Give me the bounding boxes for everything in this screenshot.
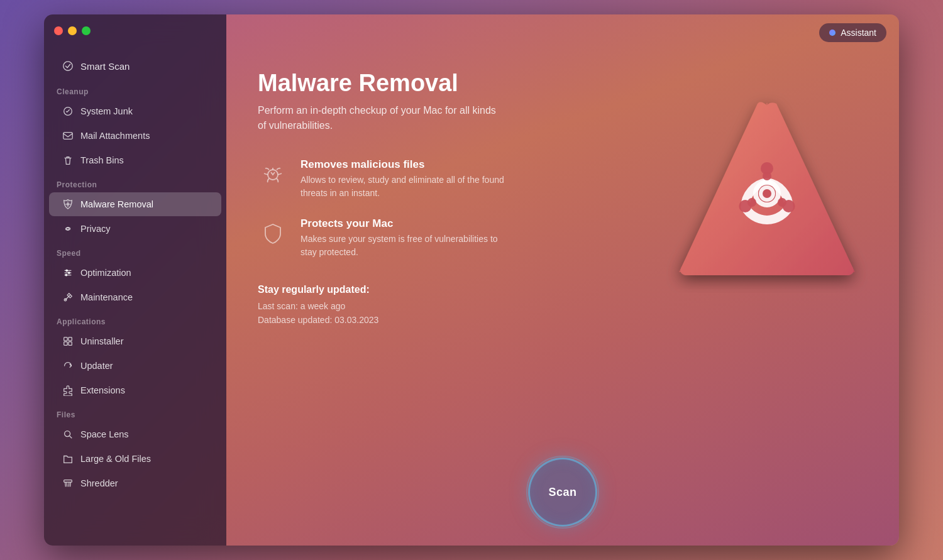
sidebar-item-space-lens[interactable]: Space Lens bbox=[49, 422, 221, 446]
section-files: Files bbox=[44, 403, 226, 422]
sidebar-item-mail-attachments[interactable]: Mail Attachments bbox=[49, 124, 221, 148]
features-list: Removes malicious files Allows to review… bbox=[258, 158, 560, 259]
svg-point-16 bbox=[65, 431, 70, 437]
malware-removal-icon bbox=[62, 198, 74, 211]
sidebar-item-system-junk[interactable]: System Junk bbox=[49, 99, 221, 123]
bug-icon bbox=[258, 160, 288, 190]
sidebar-content: Smart Scan Cleanup System Junk bbox=[44, 47, 226, 546]
svg-rect-12 bbox=[64, 338, 67, 341]
svg-point-3 bbox=[67, 203, 70, 206]
shield-icon bbox=[258, 219, 288, 249]
assistant-button[interactable]: Assistant bbox=[819, 23, 886, 42]
sidebar-item-malware-removal[interactable]: Malware Removal bbox=[49, 192, 221, 216]
privacy-label: Privacy bbox=[80, 224, 111, 234]
assistant-label: Assistant bbox=[841, 28, 876, 38]
updater-icon bbox=[62, 360, 74, 372]
maintenance-icon bbox=[62, 291, 74, 304]
svg-rect-14 bbox=[64, 342, 67, 345]
space-lens-icon bbox=[62, 428, 74, 441]
scan-label: Scan bbox=[548, 486, 576, 499]
maintenance-label: Maintenance bbox=[80, 292, 133, 302]
sidebar-smart-scan-label: Smart Scan bbox=[80, 61, 130, 72]
feature-malicious-title: Removes malicious files bbox=[301, 158, 514, 171]
system-junk-label: System Junk bbox=[80, 106, 133, 116]
maximize-button[interactable] bbox=[82, 26, 91, 35]
biohazard-illustration bbox=[660, 77, 874, 316]
system-junk-icon bbox=[62, 105, 74, 118]
malware-removal-label: Malware Removal bbox=[80, 199, 153, 209]
trash-bins-icon bbox=[62, 154, 74, 167]
svg-point-26 bbox=[778, 198, 786, 207]
sidebar-item-maintenance[interactable]: Maintenance bbox=[49, 285, 221, 309]
section-applications: Applications bbox=[44, 310, 226, 329]
sidebar-item-smart-scan[interactable]: Smart Scan bbox=[49, 53, 221, 79]
optimization-icon bbox=[62, 266, 74, 279]
sidebar-item-uninstaller[interactable]: Uninstaller bbox=[49, 329, 221, 353]
feature-malicious-files: Removes malicious files Allows to review… bbox=[258, 158, 560, 200]
sidebar-item-shredder[interactable]: Shredder bbox=[49, 471, 221, 495]
privacy-icon bbox=[62, 222, 74, 235]
sidebar-item-privacy[interactable]: Privacy bbox=[49, 217, 221, 241]
extensions-label: Extensions bbox=[80, 385, 125, 395]
large-old-files-label: Large & Old Files bbox=[80, 454, 151, 464]
svg-point-4 bbox=[67, 228, 69, 230]
uninstaller-icon bbox=[62, 335, 74, 348]
section-speed: Speed bbox=[44, 241, 226, 260]
mail-attachments-icon bbox=[62, 129, 74, 142]
space-lens-label: Space Lens bbox=[80, 429, 129, 439]
minimize-button[interactable] bbox=[68, 26, 77, 35]
section-protection: Protection bbox=[44, 173, 226, 192]
svg-rect-18 bbox=[64, 480, 72, 483]
svg-point-8 bbox=[66, 270, 68, 272]
shredder-icon bbox=[62, 477, 74, 490]
large-old-files-icon bbox=[62, 453, 74, 465]
titlebar bbox=[44, 14, 226, 47]
sidebar-item-trash-bins[interactable]: Trash Bins bbox=[49, 148, 221, 172]
feature-malicious-desc: Allows to review, study and eliminate al… bbox=[301, 173, 514, 200]
mail-attachments-label: Mail Attachments bbox=[80, 131, 150, 141]
extensions-icon bbox=[62, 384, 74, 397]
smart-scan-icon bbox=[62, 60, 74, 72]
scan-button[interactable]: Scan bbox=[528, 458, 597, 527]
shredder-label: Shredder bbox=[80, 478, 118, 488]
sidebar-item-updater[interactable]: Updater bbox=[49, 354, 221, 378]
svg-point-25 bbox=[763, 172, 771, 180]
feature-protects-text: Protects your Mac Makes sure your system… bbox=[301, 217, 514, 259]
scan-button-area: Scan bbox=[226, 458, 899, 546]
sidebar-item-optimization[interactable]: Optimization bbox=[49, 261, 221, 285]
trash-bins-label: Trash Bins bbox=[80, 155, 124, 165]
sidebar: Smart Scan Cleanup System Junk bbox=[44, 14, 226, 546]
feature-protects-title: Protects your Mac bbox=[301, 217, 514, 230]
svg-point-9 bbox=[68, 272, 70, 274]
svg-rect-13 bbox=[69, 338, 72, 341]
svg-point-10 bbox=[65, 274, 67, 276]
main-content: Assistant Malware Removal Perform an in-… bbox=[226, 14, 899, 546]
svg-line-17 bbox=[70, 436, 72, 439]
section-cleanup: Cleanup bbox=[44, 80, 226, 99]
close-button[interactable] bbox=[54, 26, 63, 35]
sidebar-item-large-old-files[interactable]: Large & Old Files bbox=[49, 447, 221, 471]
page-subtitle: Perform an in-depth checkup of your Mac … bbox=[258, 103, 497, 133]
optimization-label: Optimization bbox=[80, 268, 131, 278]
assistant-dot-icon bbox=[829, 30, 835, 36]
updater-label: Updater bbox=[80, 361, 113, 371]
app-window: Smart Scan Cleanup System Junk bbox=[44, 14, 899, 546]
svg-rect-2 bbox=[63, 133, 72, 140]
main-header: Assistant bbox=[226, 14, 899, 51]
svg-rect-15 bbox=[69, 342, 72, 345]
feature-malicious-text: Removes malicious files Allows to review… bbox=[301, 158, 514, 200]
feature-protects-desc: Makes sure your system is free of vulner… bbox=[301, 233, 514, 259]
svg-point-27 bbox=[747, 198, 756, 207]
uninstaller-label: Uninstaller bbox=[80, 336, 124, 346]
feature-protects-mac: Protects your Mac Makes sure your system… bbox=[258, 217, 560, 259]
sidebar-item-extensions[interactable]: Extensions bbox=[49, 378, 221, 402]
svg-point-0 bbox=[63, 62, 72, 70]
